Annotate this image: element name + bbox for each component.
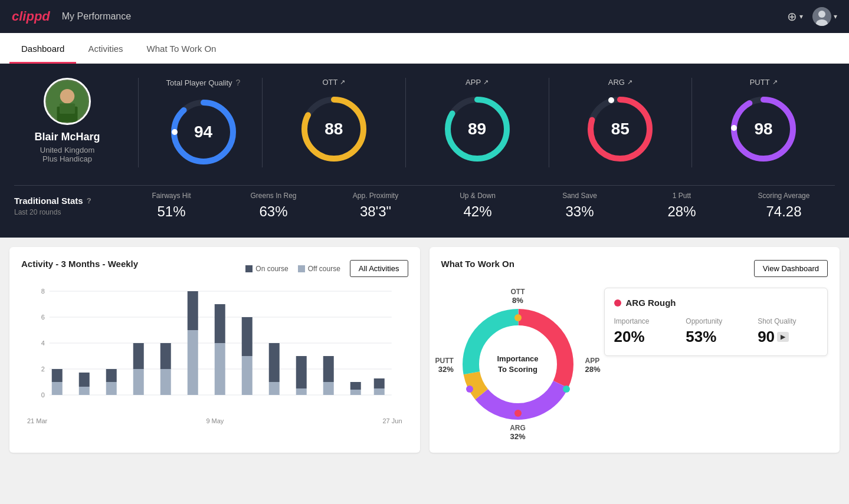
- chart-legend: On course Off course: [245, 265, 340, 273]
- tab-dashboard[interactable]: Dashboard: [9, 33, 76, 64]
- svg-point-63: [466, 386, 473, 393]
- arg-label: ARG ↗: [608, 78, 632, 87]
- all-activities-button[interactable]: All Activities: [350, 260, 408, 277]
- chart-area: 8 6 4 2 0: [21, 285, 408, 415]
- svg-point-61: [563, 386, 570, 393]
- arg-arrow: ↗: [627, 78, 632, 86]
- svg-rect-31: [52, 369, 63, 382]
- wtwo-header: What To Work On View Dashboard: [441, 259, 828, 278]
- trad-sub: Last 20 rounds: [14, 208, 120, 216]
- putt-label: PUTT ↗: [750, 78, 778, 87]
- ott-circle: 88: [299, 94, 369, 164]
- stats-divider: [138, 78, 139, 167]
- wtwo-title: What To Work On: [441, 259, 514, 269]
- svg-rect-45: [242, 317, 253, 356]
- logo-text[interactable]: clippd: [12, 9, 50, 24]
- ott-arrow: ↗: [340, 78, 345, 86]
- stat-updown: Up & Down 42%: [427, 192, 529, 220]
- ott-label: OTT ↗: [322, 78, 345, 87]
- svg-rect-41: [188, 291, 198, 330]
- tab-activities[interactable]: Activities: [76, 33, 135, 64]
- add-button[interactable]: ⊕ ▾: [787, 9, 803, 24]
- player-info: Blair McHarg United Kingdom Plus Handica…: [14, 78, 132, 163]
- add-chevron: ▾: [799, 12, 803, 21]
- metric-ott: OTT ↗ 88: [263, 78, 406, 167]
- trad-label: Traditional Stats ? Last 20 rounds: [14, 196, 120, 216]
- plus-icon: ⊕: [787, 9, 797, 24]
- legend-off-dot: [298, 265, 305, 272]
- svg-rect-47: [269, 343, 280, 382]
- info-card-dot: [614, 299, 621, 307]
- ott-value: 88: [324, 120, 343, 139]
- tpq-help-icon[interactable]: ?: [236, 78, 241, 87]
- stat-oneputt: 1 Putt 28%: [631, 192, 733, 220]
- header-title: My Performance: [62, 11, 131, 22]
- svg-rect-52: [350, 390, 361, 395]
- svg-rect-38: [160, 369, 171, 395]
- svg-rect-55: [374, 378, 385, 388]
- svg-rect-30: [52, 382, 63, 395]
- svg-rect-39: [160, 343, 171, 369]
- donut-center: ImportanceTo Scoring: [497, 354, 538, 375]
- user-menu[interactable]: ▾: [812, 7, 837, 26]
- svg-point-62: [514, 410, 522, 417]
- activity-panel: Activity - 3 Months - Weekly On course O…: [9, 247, 420, 453]
- svg-rect-46: [269, 382, 280, 395]
- svg-rect-54: [374, 388, 385, 395]
- header-left: clippd My Performance: [12, 9, 131, 24]
- player-name: Blair McHarg: [34, 131, 100, 143]
- metric-arg: ARG ↗ 85: [549, 78, 693, 167]
- shot-quality-badge[interactable]: ▶: [777, 332, 789, 342]
- tab-what-to-work-on[interactable]: What To Work On: [135, 33, 228, 64]
- chart-x-labels: 21 Mar 9 May 27 Jun: [21, 417, 408, 424]
- tpq-label: Total Player Quality ?: [166, 78, 241, 87]
- svg-rect-50: [323, 382, 334, 395]
- svg-rect-44: [242, 356, 253, 395]
- stat-fairways: Fairways Hit 51%: [120, 192, 222, 220]
- player-handicap: Plus Handicap: [42, 154, 92, 163]
- svg-rect-51: [323, 356, 334, 382]
- arg-value: 85: [611, 120, 630, 139]
- putt-arrow: ↗: [772, 78, 778, 86]
- svg-point-60: [514, 314, 522, 321]
- svg-rect-43: [215, 304, 225, 343]
- tpq-value: 94: [194, 123, 212, 141]
- view-dashboard-button[interactable]: View Dashboard: [754, 260, 828, 277]
- legend-off-course: Off course: [298, 265, 340, 273]
- shot-quality-row: 90 ▶: [758, 328, 818, 346]
- stat-gir: Greens In Reg 63%: [222, 192, 324, 220]
- player-avatar-image: [47, 81, 88, 122]
- label-putt: PUTT 32%: [435, 357, 454, 374]
- tabs: Dashboard Activities What To Work On: [0, 33, 849, 64]
- legend-on-course: On course: [245, 265, 288, 273]
- tpq-block: Total Player Quality ? 94: [145, 78, 263, 167]
- svg-rect-35: [106, 369, 117, 382]
- arg-circle: 85: [585, 94, 655, 164]
- label-arg: ARG 32%: [510, 424, 526, 441]
- donut-wrapper: ImportanceTo Scoring OTT 8% APP 28% ARG …: [441, 288, 595, 441]
- hero-section: Blair McHarg United Kingdom Plus Handica…: [0, 64, 849, 238]
- svg-rect-36: [133, 369, 144, 395]
- svg-text:0: 0: [41, 391, 45, 398]
- putt-circle: 98: [728, 94, 799, 164]
- chart-title: Activity - 3 Months - Weekly: [21, 259, 138, 269]
- svg-text:4: 4: [41, 340, 45, 347]
- svg-rect-53: [350, 382, 361, 390]
- info-card-title: ARG Rough: [614, 298, 818, 308]
- stat-scoring: Scoring Average 74.28: [733, 192, 835, 220]
- trad-title: Traditional Stats ?: [14, 196, 120, 206]
- trad-help-icon[interactable]: ?: [87, 196, 91, 205]
- app-arrow: ↗: [483, 78, 489, 86]
- svg-text:8: 8: [41, 288, 45, 295]
- bar-chart-svg: 8 6 4 2 0: [21, 285, 408, 415]
- stat-proximity: App. Proximity 38'3": [324, 192, 427, 220]
- svg-rect-40: [188, 330, 198, 395]
- quality-section: Total Player Quality ? 94 OTT ↗: [145, 78, 835, 167]
- svg-text:6: 6: [41, 314, 45, 321]
- svg-rect-32: [79, 387, 90, 395]
- svg-point-1: [818, 11, 825, 18]
- putt-value: 98: [755, 120, 773, 139]
- info-card-metrics: Importance 20% Opportunity 53% Shot Qual…: [614, 317, 818, 346]
- tpq-circle: 94: [168, 97, 239, 167]
- chart-header: Activity - 3 Months - Weekly On course O…: [21, 259, 408, 278]
